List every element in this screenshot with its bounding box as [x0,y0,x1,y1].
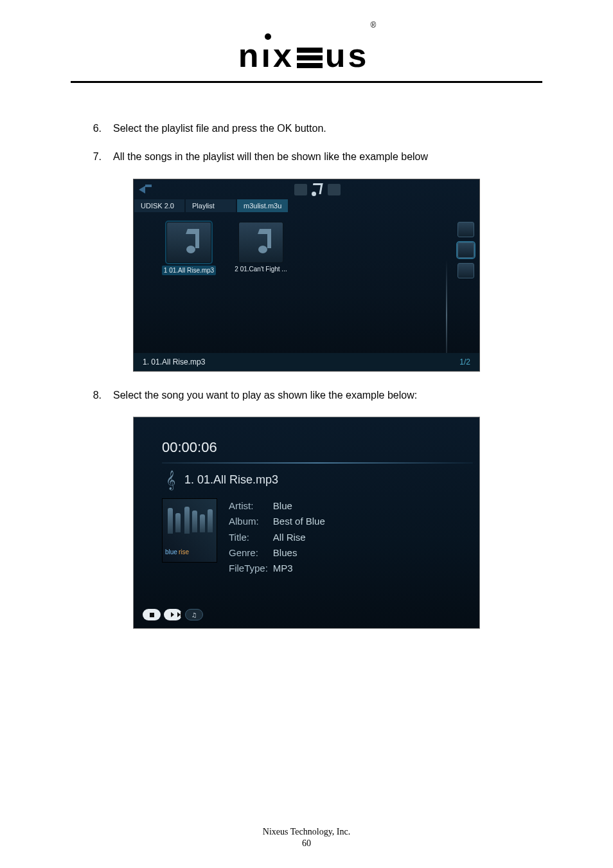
playback-controls: ♫ [143,609,203,620]
meta-label-album: Album: [229,515,272,529]
elapsed-time: 00:00:06 [162,439,217,456]
meta-value-artist: Blue [273,500,329,514]
treble-clef-icon: 𝄞 [166,470,175,490]
metadata-table: Artist:Blue Album:Best of Blue Title:All… [227,498,330,577]
meta-value-filetype: MP3 [273,562,329,576]
step-text: All the songs in the playlist will then … [113,150,542,164]
breadcrumb-udisk: UDISK 2.0 [134,199,185,213]
file-thumb-1: 1 01.All Rise.mp3 [159,222,218,275]
meta-label-artist: Artist: [229,500,272,514]
page-footer: Nixeus Technology, Inc. 60 [0,827,613,849]
repeat-button-icon: ♫ [185,609,203,620]
music-note-icon [312,183,323,196]
step-8: 8. Select the song you want to play as s… [90,388,542,402]
file-thumb-2: 2 01.Can't Fight ... [231,222,290,275]
status-bar: 1. 01.All Rise.mp3 1/2 [134,353,479,371]
file-label: 1 01.All Rise.mp3 [162,266,216,275]
file-thumbnails: 1 01.All Rise.mp3 2 01.Can't Fight ... [159,222,290,275]
footer-current-file: 1. 01.All Rise.mp3 [143,357,205,366]
video-icon [294,184,307,195]
step-number: 8. [90,388,102,402]
preview-view-icon [458,263,474,278]
meta-value-album: Best of Blue [273,515,329,529]
step-7: 7. All the songs in the playlist will th… [90,150,542,164]
breadcrumb-current-file: m3ulist.m3u [236,199,289,213]
view-mode-sidebar [458,222,474,278]
breadcrumb: UDISK 2.0 Playlist m3ulist.m3u [134,199,289,213]
cover-text-blue: blue [165,548,177,556]
step-6: 6. Select the playlist file and press th… [90,122,542,136]
list-view-icon [458,242,474,258]
footer-page-number: 60 [0,838,613,849]
category-icons [294,183,341,196]
breadcrumb-playlist: Playlist [185,199,236,213]
back-arrow-icon [139,186,152,195]
photo-icon [328,184,341,195]
track-info: blue rise Artist:Blue Album:Best of Blue… [162,498,330,577]
now-playing-screenshot: 00:00:06 𝄞 1. 01.All Rise.mp3 blue rise … [133,417,480,629]
cover-text-rise: rise [179,548,189,556]
footer-company: Nixeus Technology, Inc. [0,827,613,837]
step-text: Select the song you want to play as show… [113,388,542,402]
meta-label-genre: Genre: [229,547,272,561]
meta-value-title: All Rise [273,531,329,545]
footer-page-count: 1/2 [459,357,470,366]
album-cover: blue rise [162,498,217,563]
meta-value-genre: Blues [273,547,329,561]
registered-mark: ® [370,21,376,30]
stop-button-icon [143,609,161,620]
step-text: Select the playlist file and press the O… [113,122,542,136]
playlist-browser-screenshot: UDISK 2.0 Playlist m3ulist.m3u 1 01.All … [133,179,480,372]
now-playing-row: 𝄞 1. 01.All Rise.mp3 [166,470,278,490]
separator-line [162,462,473,464]
next-track-button-icon [164,609,182,620]
file-label: 2 01.Can't Fight ... [235,266,287,273]
grid-view-icon [458,222,474,237]
step-number: 6. [90,122,102,136]
now-playing-title: 1. 01.All Rise.mp3 [184,473,278,487]
step-number: 7. [90,150,102,164]
brand-logo: nıxus ® [71,39,542,72]
meta-label-title: Title: [229,531,272,545]
meta-label-filetype: FileType: [229,562,272,576]
header-divider [71,81,542,83]
